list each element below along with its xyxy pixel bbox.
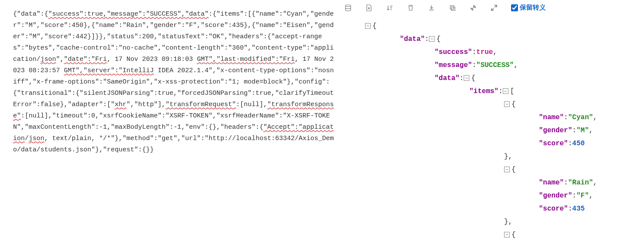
raw-seg: , text/plain, */*"},"method":"get","url"… — [13, 135, 334, 154]
json-tree-pane: 保留转义 −{ "data":−{ "success":true, "messa… — [339, 0, 644, 251]
json-value: 450 — [572, 140, 585, 147]
toggle-icon[interactable]: − — [464, 75, 469, 81]
json-key: "score" — [539, 140, 568, 147]
json-key: "success" — [435, 48, 472, 56]
json-value: "Rain" — [568, 179, 593, 187]
toggle-icon[interactable]: − — [365, 23, 371, 29]
raw-seg-underline: "success":true,"message":"SUCCESS","data… — [48, 10, 209, 18]
json-key: "name" — [539, 179, 564, 187]
trash-icon[interactable] — [407, 4, 415, 12]
toggle-icon[interactable]: − — [503, 88, 508, 94]
raw-seg: ","http"], — [126, 101, 166, 108]
json-key: "gender" — [539, 192, 572, 200]
json-tree[interactable]: −{ "data":−{ "success":true, "message":"… — [339, 15, 644, 241]
tree-row[interactable]: −{ — [365, 20, 644, 33]
tree-row[interactable]: −{ — [504, 163, 644, 176]
tree-row[interactable]: "gender":"F", — [539, 189, 644, 202]
keep-escape-checkbox[interactable]: 保留转义 — [511, 3, 546, 12]
json-key: "score" — [539, 205, 568, 213]
toggle-icon[interactable]: − — [504, 101, 510, 107]
tree-row[interactable]: "success":true, — [435, 46, 644, 59]
json-value: "F" — [576, 192, 589, 200]
toggle-icon[interactable]: − — [429, 36, 435, 42]
json-key: "data" — [435, 74, 460, 82]
copy-icon[interactable] — [448, 4, 456, 12]
json-value: "SUCCESS" — [476, 61, 514, 69]
json-key: "name" — [539, 114, 564, 121]
svg-rect-1 — [450, 6, 454, 9]
download-icon[interactable] — [428, 4, 435, 12]
tree-row[interactable]: "name":"Cyan", — [539, 111, 644, 124]
tree-row[interactable]: "message":"SUCCESS", — [435, 59, 644, 72]
json-key: "items" — [469, 87, 498, 95]
raw-seg: ", — [56, 56, 64, 63]
file-x-icon[interactable] — [365, 4, 373, 12]
keep-escape-label: 保留转义 — [520, 3, 546, 12]
expand-icon[interactable] — [490, 4, 498, 12]
json-value: 435 — [572, 205, 585, 213]
tree-row[interactable]: }, — [504, 215, 644, 228]
tree-row[interactable]: −{ — [504, 98, 644, 111]
tree-row[interactable]: "name":"Rain", — [539, 176, 644, 189]
raw-seg: , 17 Nov 2023 09:18:03 — [107, 56, 197, 63]
raw-seg-underline: xhr — [115, 101, 126, 108]
keep-escape-input[interactable] — [511, 4, 518, 11]
toolbar: 保留转义 — [339, 0, 644, 15]
json-key: "gender" — [539, 127, 572, 134]
raw-seg: :{"items":[{"name":"Cyan","gender":"M","… — [13, 10, 334, 63]
raw-seg-underline: GMT","last-modified":"Fri — [197, 56, 295, 63]
raw-seg-underline: "transformRequest" — [166, 101, 236, 108]
json-value: true — [476, 48, 493, 56]
json-key: "data" — [400, 35, 425, 43]
tree-row[interactable]: "data":−{ — [435, 72, 644, 85]
collapse-icon[interactable] — [469, 4, 477, 12]
tree-row[interactable]: "items":−[ — [469, 85, 644, 98]
tree-row[interactable]: }, — [504, 150, 644, 163]
tree-row[interactable]: −{ — [504, 228, 644, 241]
json-key: "message" — [435, 61, 472, 69]
tree-row[interactable]: "score":450 — [539, 137, 644, 150]
svg-point-0 — [345, 5, 351, 7]
json-value: "M" — [576, 127, 589, 134]
tree-row[interactable]: "score":435 — [539, 202, 644, 215]
json-value: "Cyan" — [568, 114, 593, 121]
toggle-icon[interactable]: − — [504, 167, 510, 172]
tree-row[interactable]: "data":−{ — [400, 33, 644, 46]
raw-seg-underline: json — [29, 135, 44, 142]
raw-json-pane[interactable]: {"data":{"success":true,"message":"SUCCE… — [0, 0, 339, 251]
tree-row[interactable]: "gender":"M", — [539, 124, 644, 137]
raw-seg: :[null], — [236, 101, 267, 108]
toggle-icon[interactable]: − — [504, 232, 510, 238]
database-icon[interactable] — [344, 4, 352, 12]
raw-seg-underline: "date":"Fri — [64, 56, 107, 63]
raw-seg: {"data":{ — [13, 10, 48, 18]
raw-seg-underline: json — [40, 56, 56, 63]
raw-seg: / — [25, 135, 29, 142]
svg-rect-2 — [451, 7, 455, 10]
sort-icon[interactable] — [386, 4, 394, 12]
raw-seg-underline: GMT","server":"IntelliJ — [64, 67, 154, 74]
